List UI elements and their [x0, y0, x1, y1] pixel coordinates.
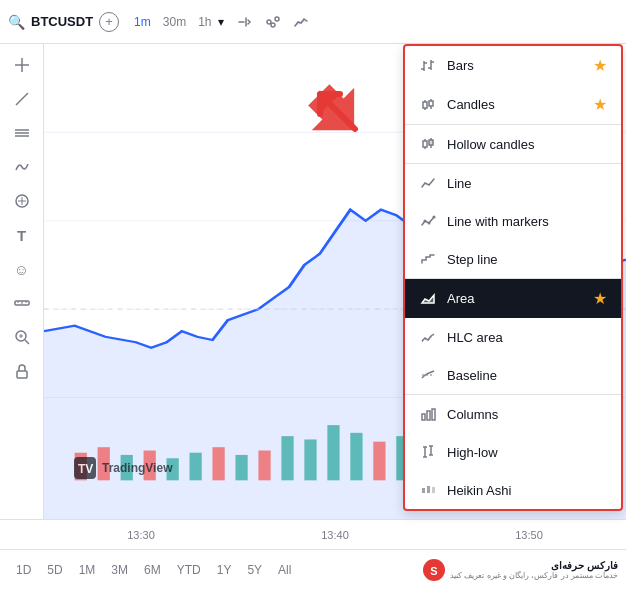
- timeframe-1h[interactable]: 1h: [193, 13, 216, 31]
- text-tool[interactable]: T: [7, 220, 37, 250]
- menu-item-baseline[interactable]: Baseline: [405, 356, 621, 395]
- svg-rect-20: [17, 371, 27, 378]
- columns-label: Columns: [447, 407, 607, 422]
- tradingview-text: TradingView: [102, 461, 172, 475]
- header: 🔍 BTCUSDT + 1m 30m 1h ▾: [0, 0, 626, 44]
- svg-rect-88: [427, 486, 430, 493]
- chart-type-dropdown: Bars ★ Candles ★ Hollow candles Line Lin…: [403, 44, 623, 511]
- period-6m[interactable]: 6M: [136, 559, 169, 581]
- svg-rect-31: [212, 447, 224, 480]
- bars-icon: [419, 57, 437, 75]
- svg-rect-37: [350, 433, 362, 481]
- area-star[interactable]: ★: [593, 289, 607, 308]
- svg-rect-65: [429, 101, 433, 106]
- path-tool[interactable]: [7, 152, 37, 182]
- period-ytd[interactable]: YTD: [169, 559, 209, 581]
- svg-rect-78: [422, 414, 425, 420]
- time-label-2: 13:40: [238, 529, 432, 541]
- symbol-label: BTCUSDT: [31, 14, 93, 29]
- menu-item-step-line[interactable]: Step line: [405, 240, 621, 279]
- svg-rect-68: [423, 141, 427, 147]
- measure-tool[interactable]: [7, 186, 37, 216]
- menu-item-hlc-area[interactable]: HLC area: [405, 318, 621, 356]
- timeframe-1m[interactable]: 1m: [129, 13, 156, 31]
- zoom-tool[interactable]: [7, 322, 37, 352]
- svg-rect-89: [432, 487, 435, 493]
- svg-rect-35: [304, 439, 316, 480]
- high-low-icon: [419, 443, 437, 461]
- menu-item-columns[interactable]: Columns: [405, 395, 621, 433]
- heikin-ashi-label: Heikin Ashi: [447, 483, 607, 498]
- time-label-1: 13:30: [44, 529, 238, 541]
- baseline-icon: [419, 366, 437, 384]
- header-toolbar-icons: [234, 11, 312, 33]
- svg-rect-30: [190, 453, 202, 481]
- bottom-brand: S فارکس حرفه‌ای خدمات مستمر در فارکس، را…: [422, 558, 618, 582]
- svg-point-0: [267, 20, 271, 24]
- step-line-label: Step line: [447, 252, 607, 267]
- svg-rect-34: [281, 436, 293, 480]
- menu-item-line-with-markers[interactable]: Line with markers: [405, 202, 621, 240]
- add-symbol-button[interactable]: +: [99, 12, 119, 32]
- period-1y[interactable]: 1Y: [209, 559, 240, 581]
- period-5d[interactable]: 5D: [39, 559, 70, 581]
- timeframe-dropdown[interactable]: ▾: [218, 15, 224, 29]
- svg-rect-32: [235, 455, 247, 480]
- svg-point-2: [271, 23, 275, 27]
- menu-item-high-low[interactable]: High-low: [405, 433, 621, 471]
- lock-tool[interactable]: [7, 356, 37, 386]
- brand-name: فارکس حرفه‌ای: [450, 560, 618, 571]
- line-icon: [419, 174, 437, 192]
- svg-rect-87: [422, 488, 425, 493]
- line-with-markers-label: Line with markers: [447, 214, 607, 229]
- period-3m[interactable]: 3M: [103, 559, 136, 581]
- tradingview-logo: TV TradingView: [74, 457, 172, 479]
- search-icon: 🔍: [8, 14, 25, 30]
- bars-label: Bars: [447, 58, 583, 73]
- line-label: Line: [447, 176, 607, 191]
- menu-item-hollow-candles[interactable]: Hollow candles: [405, 125, 621, 164]
- svg-rect-33: [258, 451, 270, 481]
- svg-text:TV: TV: [78, 462, 93, 476]
- baseline-label: Baseline: [447, 368, 607, 383]
- brand-subtitle: خدمات مستمر در فارکس، رایگان و غیره تعری…: [450, 571, 618, 580]
- menu-item-bars[interactable]: Bars ★: [405, 46, 621, 85]
- period-5y[interactable]: 5Y: [239, 559, 270, 581]
- timeframe-30m[interactable]: 30m: [158, 13, 191, 31]
- svg-rect-79: [427, 411, 430, 420]
- menu-item-line[interactable]: Line: [405, 164, 621, 202]
- menu-item-heikin-ashi[interactable]: Heikin Ashi: [405, 471, 621, 509]
- timeframe-buttons: 1m 30m 1h ▾: [129, 13, 224, 31]
- svg-point-76: [433, 216, 436, 219]
- time-axis: 13:30 13:40 13:50: [0, 519, 626, 549]
- svg-text:S: S: [431, 565, 438, 577]
- line-tool[interactable]: [7, 84, 37, 114]
- candles-icon: [419, 96, 437, 114]
- menu-item-candles[interactable]: Candles ★: [405, 85, 621, 125]
- period-1m[interactable]: 1M: [71, 559, 104, 581]
- menu-item-area[interactable]: Area ★: [405, 279, 621, 318]
- svg-point-75: [428, 222, 431, 225]
- compare-icon[interactable]: [234, 11, 256, 33]
- svg-rect-38: [373, 442, 385, 481]
- period-all[interactable]: All: [270, 559, 299, 581]
- bars-star[interactable]: ★: [593, 56, 607, 75]
- svg-point-1: [275, 17, 279, 21]
- candles-label: Candles: [447, 97, 583, 112]
- period-1d[interactable]: 1D: [8, 559, 39, 581]
- step-line-icon: [419, 250, 437, 268]
- area-icon: [419, 290, 437, 308]
- high-low-label: High-low: [447, 445, 607, 460]
- emoji-tool[interactable]: ☺: [7, 254, 37, 284]
- ruler-tool[interactable]: [7, 288, 37, 318]
- hlc-area-icon: [419, 328, 437, 346]
- svg-line-17: [25, 340, 29, 344]
- chart-type-icon[interactable]: [290, 11, 312, 33]
- horizontal-lines-tool[interactable]: [7, 118, 37, 148]
- line-markers-icon: [419, 212, 437, 230]
- left-toolbar: T ☺: [0, 44, 44, 519]
- indicators-icon[interactable]: [262, 11, 284, 33]
- candles-star[interactable]: ★: [593, 95, 607, 114]
- crosshair-tool[interactable]: [7, 50, 37, 80]
- bottom-bar: 1D 5D 1M 3M 6M YTD 1Y 5Y All S فارکس حرف…: [0, 549, 626, 589]
